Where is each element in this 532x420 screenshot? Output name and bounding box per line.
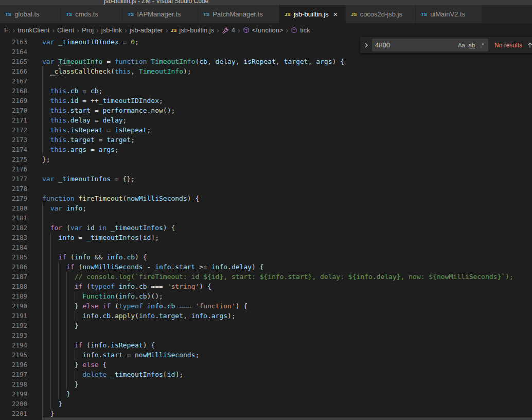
indent-guide (58, 330, 59, 340)
code-line[interactable]: 2167 (0, 76, 532, 86)
line-number: 2169 (0, 96, 27, 106)
line-number: 2188 (0, 282, 27, 291)
code-text: _classCallCheck(this, TimeoutInfo); (42, 66, 532, 76)
ts-file-icon: TS (5, 11, 11, 17)
code-text: Function(info.cb)(); (42, 291, 532, 301)
code-line[interactable]: 2200 } (0, 399, 532, 409)
code-line[interactable]: 2176 (0, 164, 532, 174)
code-line[interactable]: 2187 // console.log(`fireTimeout: id ${i… (0, 272, 532, 282)
code-line[interactable]: 2192 } (0, 321, 532, 330)
breadcrumb-item-function[interactable]: <function> (243, 26, 283, 34)
code-line[interactable]: 2191 info.cb.apply(info.target, info.arg… (0, 311, 532, 321)
whole-word-icon[interactable]: ab (467, 40, 477, 50)
tab-uimainv2-ts[interactable]: TSuiMainV2.ts (416, 5, 482, 23)
line-number: 2168 (0, 86, 27, 96)
code-text: this.isRepeat = isRepeat; (42, 125, 532, 135)
find-status: No results (494, 42, 522, 49)
breadcrumb-item-f[interactable]: F: (4, 26, 10, 34)
breadcrumb-item-4[interactable]: 4 (222, 26, 235, 34)
tab-iapmanager-ts[interactable]: TSIAPManager.ts (122, 5, 198, 23)
code-line[interactable]: 2185 if (info && info.cb) { (0, 252, 532, 262)
chevron-separator-icon: › (166, 26, 168, 34)
code-line[interactable]: 2166 _classCallCheck(this, TimeoutInfo); (0, 66, 532, 76)
code-text: if (info.isRepeat) { (42, 340, 532, 350)
code-text: this.args = args; (42, 145, 532, 154)
tab-global-ts[interactable]: TSglobal.ts (0, 5, 61, 23)
code-line[interactable]: 2177var _timeoutInfos = {}; (0, 174, 532, 184)
chevron-right-icon[interactable] (362, 41, 370, 49)
breadcrumb-item-jsb-link[interactable]: jsb-link (101, 26, 122, 34)
line-number: 2197 (0, 370, 27, 379)
close-icon[interactable]: × (333, 10, 338, 18)
breadcrumb-item-jsb-adapter[interactable]: jsb-adapter (130, 26, 163, 34)
code-text: info = _timeoutInfos[id]; (42, 233, 532, 242)
tab-cocos2d-jsb-js[interactable]: JScocos2d-jsb.js (346, 5, 416, 23)
code-line[interactable]: 2171 this.delay = delay; (0, 115, 532, 125)
code-text: if (typeof info.cb === 'string') { (42, 282, 532, 291)
breadcrumb-item-proj[interactable]: Proj (82, 26, 94, 34)
regex-icon[interactable]: .* (477, 40, 487, 50)
chevron-separator-icon: › (52, 26, 55, 34)
code-line[interactable]: 2194 if (info.isRepeat) { (0, 340, 532, 350)
find-input[interactable] (375, 41, 456, 49)
code-line[interactable]: 2172 this.isRepeat = isRepeat; (0, 125, 532, 135)
breadcrumb-item-tick[interactable]: tick (291, 26, 310, 34)
line-number: 2184 (0, 242, 27, 252)
code-line[interactable]: 2188 if (typeof info.cb === 'string') { (0, 282, 532, 291)
code-line[interactable]: 2184 (0, 242, 532, 252)
line-number: 2195 (0, 350, 27, 360)
code-line[interactable]: 2181 (0, 213, 532, 223)
symbol-cube-icon (291, 27, 297, 33)
breadcrumb-label: jsb-adapter (130, 26, 163, 34)
window-title: jsb-builtin.js - ZM - Visual Studio Code (104, 0, 208, 5)
tab-jsb-builtin-js[interactable]: JSjsb-builtin.js× (279, 5, 346, 23)
tab-label: jsb-builtin.js (294, 10, 329, 18)
code-line[interactable]: 2182 for (var id in _timeoutInfos) { (0, 223, 532, 233)
code-line[interactable]: 2175}; (0, 154, 532, 164)
tab-label: uiMainV2.ts (430, 10, 465, 18)
find-input-box: Aa ab .* (372, 39, 488, 51)
line-number: 2175 (0, 154, 27, 164)
tab-patchmanager-ts[interactable]: TSPatchManager.ts (198, 5, 279, 23)
code-line[interactable]: 2178 (0, 184, 532, 194)
tab-label: cmds.ts (75, 10, 98, 18)
breadcrumb-item-trunkclient[interactable]: trunkClient (17, 26, 49, 34)
code-line[interactable]: 2197 delete _timeoutInfos[id]; (0, 370, 532, 379)
code-line[interactable]: 2168 this.cb = cb; (0, 86, 532, 96)
code-line[interactable]: 2193 (0, 330, 532, 340)
breadcrumb-item-client[interactable]: Client (57, 26, 74, 34)
code-line[interactable]: 2195 info.start = nowMilliSeconds; (0, 350, 532, 360)
line-number: 2183 (0, 233, 27, 242)
wrench-icon (222, 27, 229, 34)
line-number: 2199 (0, 389, 27, 399)
indent-guide (42, 242, 43, 252)
match-case-icon[interactable]: Aa (456, 40, 467, 50)
code-line[interactable]: 2186 if (nowMilliSeconds - info.start >=… (0, 262, 532, 272)
code-text: if (nowMilliSeconds - info.start >= info… (42, 262, 532, 272)
code-line[interactable]: 2170 this.start = performance.now(); (0, 106, 532, 115)
horizontal-scrollbar[interactable] (42, 417, 532, 420)
indent-guide (50, 242, 51, 252)
code-line[interactable]: 2199 } (0, 389, 532, 399)
code-line[interactable]: 2180 var info; (0, 203, 532, 213)
code-editor[interactable]: 2163var _timeoutIDIndex = 0;21642165var … (0, 37, 532, 420)
code-line[interactable]: 2183 info = _timeoutInfos[id]; (0, 233, 532, 242)
line-number: 2179 (0, 194, 27, 203)
code-line[interactable]: 2190 } else if (typeof info.cb === 'func… (0, 301, 532, 311)
code-line[interactable]: 2189 Function(info.cb)(); (0, 291, 532, 301)
code-text (42, 76, 532, 86)
tab-cmds-ts[interactable]: TScmds.ts (61, 5, 122, 23)
code-line[interactable]: 2196 } else { (0, 360, 532, 370)
breadcrumb-item-jsb-builtin-js[interactable]: JSjsb-builtin.js (171, 26, 215, 34)
breadcrumb-label: F: (4, 26, 10, 34)
code-line[interactable]: 2165var TimeoutInfo = function TimeoutIn… (0, 57, 532, 66)
code-text: this.id = ++_timeoutIDIndex; (42, 96, 532, 106)
line-number: 2164 (0, 47, 27, 57)
code-line[interactable]: 2179function fireTimeout(nowMilliSeconds… (0, 194, 532, 203)
code-line[interactable]: 2173 this.target = target; (0, 135, 532, 145)
code-line[interactable]: 2174 this.args = args; (0, 145, 532, 154)
code-line[interactable]: 2169 this.id = ++_timeoutIDIndex; (0, 96, 532, 106)
code-line[interactable]: 2198 } (0, 379, 532, 389)
arrow-up-icon[interactable] (526, 42, 532, 49)
line-number: 2167 (0, 76, 27, 86)
